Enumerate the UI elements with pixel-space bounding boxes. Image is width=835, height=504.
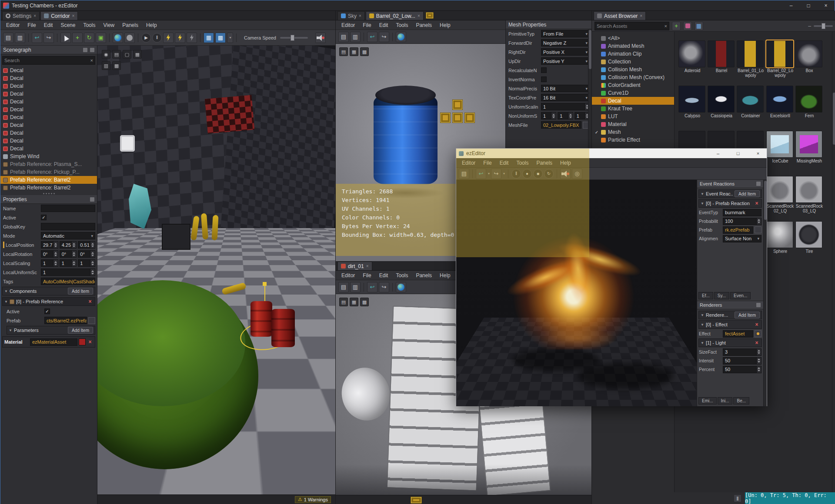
menu-panels[interactable]: Panels	[412, 271, 436, 280]
tab-system[interactable]: Sy...	[714, 292, 729, 299]
snap-angle-icon[interactable]: ▩	[215, 33, 226, 43]
tab-barrel-02[interactable]: Barrel_02_Low... ×	[366, 11, 424, 20]
normal-precision-select[interactable]: 10 Bit	[541, 85, 590, 92]
minimize-button[interactable]: –	[782, 0, 800, 10]
position-x-input[interactable]: 29.7	[41, 241, 58, 249]
asset-thumbnail[interactable]	[766, 86, 793, 113]
texcoord-precision-select[interactable]: 16 Bit	[541, 94, 590, 101]
asset-thumbnail[interactable]	[708, 40, 735, 67]
tab-initializers[interactable]: Ini...	[718, 397, 733, 405]
warnings-badge[interactable]: ⚠ 1 Warnings	[295, 496, 331, 503]
menu-tools[interactable]: Tools	[79, 20, 99, 30]
asset-thumbnail[interactable]	[737, 86, 764, 113]
scenegraph-item-decal[interactable]: Decal	[0, 129, 97, 137]
thumbnail-size-slider[interactable]	[814, 25, 833, 27]
asset-card[interactable]: ScannedRock03_LQ	[795, 176, 823, 213]
panel-scrollbar[interactable]	[588, 29, 591, 159]
float-panel-icon[interactable]	[756, 303, 761, 307]
speaker-icon[interactable]	[315, 33, 326, 43]
grid-icon[interactable]: ▦	[350, 298, 358, 306]
position-y-input[interactable]: 4.25	[60, 241, 77, 249]
tab-behaviors[interactable]: Be...	[733, 397, 749, 405]
asset-thumbnail[interactable]	[708, 86, 735, 113]
expander-icon[interactable]: ▼	[701, 313, 704, 317]
save-icon[interactable]: ▤	[338, 282, 349, 292]
import-asset-icon[interactable]: +	[672, 22, 681, 30]
menu-file[interactable]: File	[359, 271, 375, 280]
toolbar-dropdown-icon[interactable]: ▾	[227, 33, 233, 43]
grid-scrollbar[interactable]	[832, 32, 835, 492]
filter-decal-selected[interactable]: Decal	[592, 97, 674, 105]
asset-thumbnail[interactable]	[766, 131, 793, 158]
menu-editor[interactable]: Editor	[2, 20, 23, 30]
position-z-input[interactable]: 0.51	[78, 241, 95, 249]
close-tab-icon[interactable]: ×	[640, 13, 642, 18]
tab-sky[interactable]: Sky ×	[337, 11, 365, 20]
event-type-input[interactable]: burnmark	[723, 209, 762, 216]
undo-dropdown-icon[interactable]: ▾	[488, 172, 490, 176]
views-icon[interactable]: ▤	[339, 298, 348, 306]
size-factor-input[interactable]: 3	[723, 348, 762, 356]
close-button[interactable]: ×	[817, 0, 835, 10]
rotation-y-input[interactable]: 0°	[60, 250, 77, 258]
browse-prefab-button[interactable]	[755, 226, 762, 233]
filter-mesh-checked[interactable]: ✓Mesh	[592, 128, 674, 136]
intensity-input[interactable]: 50	[723, 357, 762, 365]
layers-icon[interactable]: ▩	[112, 61, 121, 70]
scaling-z-input[interactable]: 1	[78, 259, 95, 267]
redo-dropdown-icon[interactable]: ▾	[503, 172, 505, 176]
asset-thumbnail[interactable]	[795, 86, 822, 113]
close-panel-icon[interactable]	[90, 48, 94, 52]
renderers-header[interactable]: ▼ Rendere... Add Item	[698, 311, 762, 319]
close-tab-icon[interactable]: ×	[72, 13, 75, 18]
recalculate-normals-checkbox[interactable]	[541, 67, 547, 73]
asset-thumbnail[interactable]	[795, 131, 822, 158]
close-tab-icon[interactable]: ×	[418, 13, 420, 18]
film-icon[interactable]: ▥	[102, 61, 110, 70]
scale-z-input[interactable]: 1	[574, 112, 590, 119]
scaling-y-input[interactable]: 1	[60, 259, 77, 267]
asset-search-input[interactable]	[597, 23, 663, 29]
undo-icon[interactable]: ↩	[476, 169, 486, 179]
scrollbar-thumb[interactable]	[764, 181, 767, 220]
filter-collection[interactable]: Collection	[592, 58, 674, 66]
asset-thumbnail[interactable]	[678, 86, 705, 113]
restart-icon[interactable]: ↻	[544, 169, 554, 179]
menu-file[interactable]: File	[479, 158, 495, 167]
alignment-select[interactable]: Surface Non	[723, 235, 762, 242]
gizmo-handle[interactable]	[263, 282, 267, 286]
add-event-reaction-button[interactable]: Add Item	[735, 190, 760, 197]
clear-search-icon[interactable]: ×	[90, 58, 93, 63]
asset-thumbnail[interactable]	[766, 221, 793, 248]
scenegraph-item-decal[interactable]: Decal	[0, 74, 97, 82]
renderers-panel-title[interactable]: Renderers	[697, 301, 763, 309]
undo-icon[interactable]: ↩	[32, 33, 42, 43]
close-tab-icon[interactable]: ×	[33, 13, 36, 18]
asset-card[interactable]: Fern	[795, 86, 823, 118]
menu-scene[interactable]: Scene	[57, 20, 79, 30]
bolt-icon[interactable]	[163, 33, 174, 43]
add-renderer-button[interactable]: Add Item	[735, 312, 760, 318]
panel-splitter[interactable]	[0, 192, 97, 195]
material-color-swatch[interactable]	[79, 338, 86, 345]
asset-card[interactable]: Container	[737, 86, 765, 118]
zoom-out-icon[interactable]: –	[808, 23, 811, 29]
menu-editor[interactable]: Editor	[458, 158, 479, 167]
slider-thumb[interactable]	[822, 23, 825, 29]
pin-icon[interactable]: ◎	[572, 169, 582, 179]
filter-all[interactable]: <All>	[592, 34, 674, 42]
filter-kraut-tree[interactable]: Kraut Tree	[592, 105, 674, 113]
menu-editor[interactable]: Editor	[337, 271, 359, 280]
asset-thumbnail[interactable]	[737, 40, 764, 67]
asset-thumbnail[interactable]	[766, 176, 793, 203]
save-icon[interactable]: ▤	[338, 32, 349, 42]
open-icon[interactable]: ▥	[350, 282, 361, 292]
asset-card[interactable]: MissingMesh	[795, 131, 823, 163]
right-dir-select[interactable]: Positive X	[541, 48, 590, 56]
expander-icon[interactable]: ▼	[4, 289, 8, 293]
grid-icon[interactable]: ▦	[350, 47, 358, 56]
prefab-reaction-item[interactable]: ▼ [0] - Prefab Reaction ×	[698, 199, 762, 208]
scrollbar-thumb[interactable]	[833, 93, 835, 145]
maximize-button[interactable]: □	[800, 0, 817, 10]
open-icon[interactable]: ▥	[350, 32, 361, 42]
